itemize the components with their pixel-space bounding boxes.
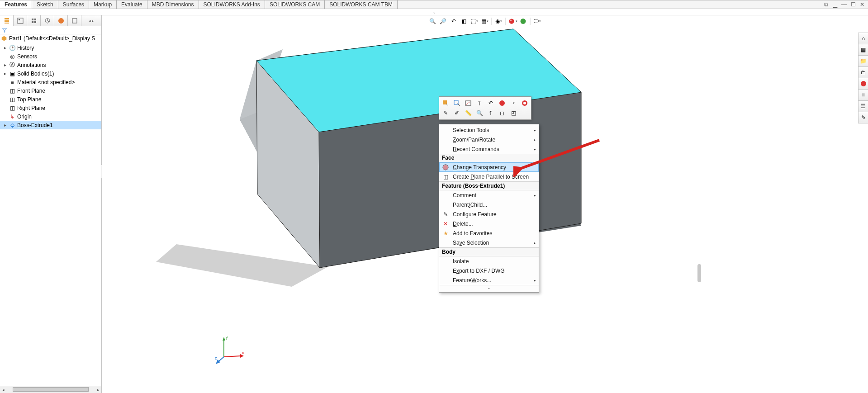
tab-mbd-dimensions[interactable]: MBD Dimensions: [147, 0, 199, 9]
fm-tab-config[interactable]: [27, 15, 41, 26]
funnel-icon[interactable]: [2, 28, 7, 33]
tab-sketch[interactable]: Sketch: [32, 0, 58, 9]
tab-solidworks-addins[interactable]: SOLIDWORKS Add-Ins: [199, 0, 265, 9]
tree-item-material[interactable]: ≡Material <not specified>: [0, 78, 101, 86]
fm-tab-cam[interactable]: [68, 15, 81, 26]
command-manager-tabs: Features Sketch Surfaces Markup Evaluate…: [0, 0, 868, 9]
fm-tab-tree[interactable]: [0, 15, 14, 26]
taskpane-resources-icon[interactable]: ▦: [858, 44, 868, 56]
feature-panel-scrollbar[interactable]: ◂▸: [0, 386, 101, 393]
tab-features[interactable]: Features: [0, 0, 32, 9]
menu-zoom-pan-rotate[interactable]: Zoom/Pan/Rotate▸: [439, 135, 539, 144]
tree-item-front-plane[interactable]: ◫Front Plane: [0, 86, 101, 95]
app-minimize-icon[interactable]: —: [841, 1, 847, 8]
measure-icon[interactable]: 📏: [464, 109, 473, 118]
menu-export-dxf[interactable]: Export to DXF / DWG: [439, 266, 539, 275]
svg-point-4: [58, 18, 64, 24]
menu-recent-commands[interactable]: Recent Commands▸: [439, 144, 539, 154]
tree-label: Sensors: [17, 53, 37, 60]
tab-markup[interactable]: Markup: [89, 0, 117, 9]
appearance2-icon[interactable]: [520, 99, 529, 108]
app-close-icon[interactable]: ✕: [859, 1, 865, 8]
solidbody-icon: ▣: [9, 70, 16, 77]
tab-solidworks-cam[interactable]: SOLIDWORKS CAM: [265, 0, 325, 9]
edit-sketch-icon[interactable]: [452, 99, 461, 108]
taskpane-home-icon[interactable]: ⌂: [858, 33, 868, 44]
menu-isolate[interactable]: Isolate: [439, 256, 539, 266]
taskpane-library-icon[interactable]: 📁: [858, 55, 868, 67]
plane-icon: ◫: [9, 96, 16, 103]
fm-tab-display[interactable]: [54, 15, 68, 26]
taskpane-appearance-icon[interactable]: ≡: [858, 89, 868, 101]
normal-to-icon[interactable]: [475, 99, 484, 108]
svg-text:x: x: [242, 350, 244, 355]
menu-featureworks[interactable]: FeatureWorks...▸: [439, 275, 539, 285]
graphics-area[interactable]: 🔍 🔎 ↶ ◧ ⬚ ▦ ◉ 🖵: [102, 15, 868, 393]
svg-text:y: y: [226, 335, 228, 340]
menu-parent-child[interactable]: Parent/Child...: [439, 200, 539, 209]
taskpane-explorer-icon[interactable]: 🗀: [858, 66, 868, 78]
tree-label: Solid Bodies(1): [17, 71, 54, 77]
zoom-selection-icon[interactable]: 🔍: [475, 109, 484, 118]
svg-point-30: [523, 102, 526, 104]
menu-delete[interactable]: ✕Delete...: [439, 219, 539, 228]
undo-icon[interactable]: ↶: [486, 99, 495, 108]
menu-add-favorites[interactable]: ★Add to Favorites: [439, 228, 539, 238]
taskpane-forum-icon[interactable]: ✎: [858, 112, 868, 123]
tab-surfaces[interactable]: Surfaces: [58, 0, 89, 9]
view-triad[interactable]: y x z: [215, 334, 247, 366]
box-select-icon[interactable]: ◻: [498, 109, 507, 118]
delete-icon: ✕: [442, 220, 449, 227]
svg-rect-1: [19, 19, 20, 20]
sketch-on-face-icon[interactable]: [464, 99, 473, 108]
menu-save-selection[interactable]: Save Selection▸: [439, 238, 539, 247]
tree-item-solid-bodies[interactable]: ▸▣Solid Bodies(1): [0, 69, 101, 78]
tree-item-history[interactable]: ▸🕑History: [0, 43, 101, 52]
normal-to2-icon[interactable]: ⤒: [486, 109, 495, 118]
window-controls: ⧉ ▁ — ☐ ✕: [820, 0, 868, 9]
edit-feature-icon[interactable]: [441, 99, 450, 108]
tree-label: Annotations: [17, 62, 46, 68]
menu-selection-tools[interactable]: Selection Tools▸: [439, 125, 539, 135]
menu-header-face: Face: [439, 154, 539, 162]
create-plane-icon: ◫: [442, 173, 449, 180]
tree-label: Origin: [17, 114, 32, 120]
app-maximize-icon[interactable]: ☐: [850, 1, 856, 8]
tab-solidworks-cam-tbm[interactable]: SOLIDWORKS CAM TBM: [325, 0, 398, 9]
menu-create-plane-parallel[interactable]: ◫Create Plane Parallel to Screen: [439, 172, 539, 181]
doc-minimize-icon[interactable]: ▁: [832, 1, 838, 8]
tree-item-top-plane[interactable]: ◫Top Plane: [0, 95, 101, 104]
taskpane-viewpalette-icon[interactable]: [858, 78, 868, 90]
tree-label: Front Plane: [17, 88, 45, 94]
tree-item-annotations[interactable]: ▸ⒶAnnotations: [0, 61, 101, 69]
plane-icon: ◫: [9, 87, 16, 95]
appearance-dropdown-icon[interactable]: [509, 99, 518, 108]
insert-sketch-icon[interactable]: ✎: [441, 109, 450, 118]
appearance-icon[interactable]: [498, 99, 507, 108]
fm-tab-arrows[interactable]: ◂ ▸: [81, 15, 101, 26]
svg-marker-35: [223, 337, 225, 341]
move-face-icon[interactable]: ◰: [509, 109, 518, 118]
fm-tab-property[interactable]: [14, 15, 27, 26]
menu-comment[interactable]: Comment▸: [439, 190, 539, 200]
fm-tab-dimxpert[interactable]: [41, 15, 54, 26]
tree-item-sensors[interactable]: ◎Sensors: [0, 52, 101, 61]
taskpane-customprops-icon[interactable]: ☰: [858, 100, 868, 112]
menu-change-transparency[interactable]: Change Transparency: [439, 162, 539, 172]
feature-manager-tabs: ◂ ▸: [0, 15, 101, 26]
tree-item-right-plane[interactable]: ◫Right Plane: [0, 104, 101, 112]
tree-item-origin[interactable]: ↳Origin: [0, 112, 101, 121]
3dsketch-icon[interactable]: ✐: [452, 109, 461, 118]
feature-tree-root[interactable]: Part1 (Default<<Default>_Display S: [0, 34, 101, 43]
tab-evaluate[interactable]: Evaluate: [117, 0, 147, 9]
menu-configure-feature[interactable]: ✎Configure Feature: [439, 209, 539, 219]
feature-tree-root-label: Part1 (Default<<Default>_Display S: [9, 35, 95, 42]
svg-text:z: z: [215, 356, 217, 360]
tree-item-boss-extrude1[interactable]: ▸⬙Boss-Extrude1: [0, 121, 101, 129]
doc-restore-icon[interactable]: ⧉: [823, 1, 829, 8]
ribbon-collapse-handle[interactable]: ⌄: [0, 9, 868, 15]
context-menu: Selection Tools▸ Zoom/Pan/Rotate▸ Recent…: [439, 124, 539, 293]
menu-expand-chevron[interactable]: ⌄: [439, 285, 539, 291]
menu-header-feature: Feature (Boss-Extrude1): [439, 181, 539, 190]
context-toolbar: ↶ ✎ ✐ 📏 🔍 ⤒ ◻ ◰: [439, 96, 531, 120]
